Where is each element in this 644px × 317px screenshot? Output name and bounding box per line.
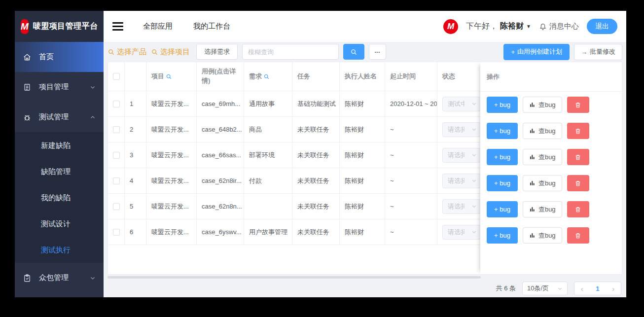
row-checkbox[interactable] bbox=[113, 203, 120, 210]
status-select[interactable]: 请选择 bbox=[442, 199, 481, 214]
add-bug-button[interactable]: + bug bbox=[487, 149, 518, 165]
cell-requirement: 商品 bbox=[244, 117, 292, 142]
row-checkbox[interactable] bbox=[113, 152, 120, 159]
cell-case[interactable]: case_69mh... bbox=[197, 91, 244, 117]
status-select[interactable]: 测试中 bbox=[442, 97, 481, 111]
sidebar-item-my-defects[interactable]: 我的缺陷 bbox=[15, 184, 104, 211]
cell-case[interactable]: case_66sas... bbox=[197, 142, 244, 168]
add-bug-button[interactable]: + bug bbox=[487, 123, 518, 139]
batch-edit-label: 批量修改 bbox=[590, 47, 615, 56]
status-select[interactable]: 请选择 bbox=[442, 174, 481, 188]
header-requirement: 需求 bbox=[244, 62, 292, 91]
header-executor: 执行人姓名 bbox=[340, 62, 385, 91]
username: 陈裕财 bbox=[500, 21, 524, 32]
view-bug-button[interactable]: 查bug bbox=[523, 123, 562, 139]
table-header-row: 项目 用例(点击详情) 需求 任务 执行人姓名 起止时间 状态 bbox=[108, 62, 497, 91]
sidebar-item-test-execution[interactable]: 测试执行 bbox=[15, 237, 104, 263]
select-all-checkbox[interactable] bbox=[113, 73, 120, 80]
view-bug-button[interactable]: 查bug bbox=[523, 201, 562, 217]
chevron-down-icon bbox=[471, 101, 477, 106]
more-filters-button[interactable]: ••• bbox=[369, 44, 386, 60]
status-select[interactable]: 请选择 bbox=[442, 225, 481, 240]
view-bug-button[interactable]: 查bug bbox=[523, 227, 562, 244]
pagination-bar: 共 6 条 10条/页 ‹ 1 › bbox=[496, 282, 621, 295]
bell-icon bbox=[539, 23, 547, 31]
user-menu[interactable]: 下午好， 陈裕财 ▼ bbox=[466, 21, 531, 32]
fuzzy-search-input[interactable] bbox=[242, 44, 339, 60]
search-icon bbox=[350, 48, 358, 56]
cell-executor: 陈裕财 bbox=[340, 194, 385, 219]
trash-icon bbox=[574, 102, 581, 108]
select-requirement-button[interactable]: 选择需求 bbox=[196, 44, 238, 60]
delete-button[interactable] bbox=[567, 227, 589, 244]
row-checkbox[interactable] bbox=[113, 229, 120, 236]
cell-dates: ~ bbox=[385, 219, 437, 245]
row-checkbox[interactable] bbox=[113, 126, 120, 133]
bar-chart-icon bbox=[529, 154, 536, 160]
horizontal-scrollbar[interactable] bbox=[107, 276, 481, 279]
view-bug-button[interactable]: 查bug bbox=[523, 175, 562, 191]
hamburger-menu-icon[interactable] bbox=[112, 22, 123, 31]
delete-button[interactable] bbox=[567, 123, 589, 139]
sidebar-item-home[interactable]: 首页 bbox=[15, 42, 104, 72]
search-button[interactable] bbox=[343, 44, 364, 60]
view-bug-label: 查bug bbox=[538, 205, 556, 214]
nav-all-apps[interactable]: 全部应用 bbox=[143, 22, 173, 31]
nav-my-workbench[interactable]: 我的工作台 bbox=[193, 22, 230, 31]
trash-icon bbox=[574, 206, 581, 213]
add-bug-button[interactable]: + bug bbox=[487, 97, 518, 113]
page-size-select[interactable]: 10条/页 bbox=[522, 282, 568, 295]
prev-page-button[interactable]: ‹ bbox=[581, 284, 583, 293]
content-area: 选择产品 选择项目 选择需求 ••• bbox=[104, 42, 626, 297]
main-area: 全部应用 我的工作台 M 下午好， 陈裕财 ▼ 消息中心 退出 bbox=[104, 11, 626, 297]
batch-edit-button[interactable]: → 批量修改 bbox=[574, 44, 622, 60]
row-select-cell bbox=[108, 142, 125, 168]
select-project-link[interactable]: 选择项目 bbox=[151, 47, 190, 57]
table-row: 6 唛盟云开发... case_6yswv... 用户故事管理 未关联任务 陈裕… bbox=[108, 219, 497, 245]
cell-case[interactable]: case_648b2... bbox=[197, 117, 244, 142]
status-value: 请选择 bbox=[448, 202, 465, 211]
search-icon[interactable] bbox=[166, 73, 172, 80]
status-select[interactable]: 请选择 bbox=[442, 122, 481, 137]
cell-case[interactable]: case_6yswv... bbox=[197, 219, 244, 245]
row-checkbox[interactable] bbox=[113, 101, 120, 107]
select-product-link[interactable]: 选择产品 bbox=[107, 47, 146, 57]
delete-button[interactable] bbox=[567, 175, 589, 191]
delete-button[interactable] bbox=[567, 149, 589, 165]
sidebar-item-project-mgmt[interactable]: 项目管理 bbox=[15, 72, 104, 102]
sidebar-item-defect-mgmt[interactable]: 缺陷管理 bbox=[15, 158, 104, 184]
next-page-button[interactable]: › bbox=[612, 284, 614, 293]
current-page[interactable]: 1 bbox=[596, 285, 599, 292]
bar-chart-icon bbox=[529, 206, 536, 212]
view-bug-button[interactable]: 查bug bbox=[523, 149, 562, 165]
header-select-all bbox=[108, 62, 125, 91]
search-icon[interactable] bbox=[263, 73, 270, 80]
sidebar-item-test-design[interactable]: 测试设计 bbox=[15, 211, 104, 237]
sidebar: M 唛盟项目管理平台 首页 项目管理 测试管理 bbox=[15, 11, 104, 297]
logout-button[interactable]: 退出 bbox=[587, 19, 617, 34]
view-bug-button[interactable]: 查bug bbox=[523, 97, 562, 113]
table-row: 2 唛盟云开发... case_648b2... 商品 未关联任务 陈裕财 ~ … bbox=[108, 117, 497, 142]
header-requirement-label: 需求 bbox=[249, 72, 262, 81]
cell-task: 未关联任务 bbox=[292, 117, 340, 142]
sidebar-item-test-mgmt[interactable]: 测试管理 bbox=[15, 102, 104, 132]
chevron-down-icon bbox=[471, 204, 477, 209]
cell-case[interactable]: case_62n8ir... bbox=[197, 168, 244, 194]
pager: ‹ 1 › bbox=[574, 282, 621, 295]
cell-case[interactable]: case_62n8n... bbox=[197, 194, 244, 219]
operation-row: + bug 查bug bbox=[480, 170, 622, 196]
fixed-operation-column: 操作 + bug 查bug + bug 查bug bbox=[480, 62, 622, 274]
create-plan-button[interactable]: + 由用例创建计划 bbox=[503, 44, 570, 60]
add-bug-button[interactable]: + bug bbox=[487, 201, 518, 217]
row-checkbox[interactable] bbox=[113, 177, 120, 184]
message-center[interactable]: 消息中心 bbox=[539, 22, 579, 31]
header-operation: 操作 bbox=[480, 62, 622, 92]
delete-button[interactable] bbox=[567, 97, 589, 113]
user-avatar[interactable]: M bbox=[443, 19, 458, 34]
delete-button[interactable] bbox=[567, 201, 589, 217]
add-bug-button[interactable]: + bug bbox=[487, 227, 518, 244]
status-select[interactable]: 请选择 bbox=[442, 148, 481, 163]
sidebar-item-new-defect[interactable]: 新建缺陷 bbox=[15, 132, 104, 158]
sidebar-item-crowdsourcing[interactable]: 众包管理 bbox=[15, 263, 104, 293]
add-bug-button[interactable]: + bug bbox=[487, 175, 518, 191]
